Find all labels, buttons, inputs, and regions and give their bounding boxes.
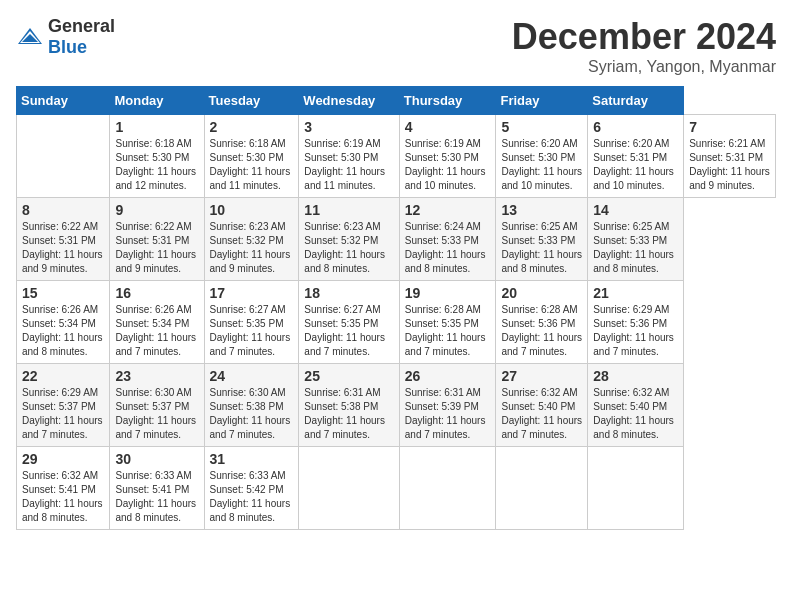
sunrise-line: Sunrise: 6:33 AM (210, 469, 294, 483)
sunset-line: Sunset: 5:41 PM (115, 483, 198, 497)
sunrise-line: Sunrise: 6:32 AM (22, 469, 104, 483)
sunset-line: Sunset: 5:34 PM (22, 317, 104, 331)
calendar-cell: 27Sunrise: 6:32 AMSunset: 5:40 PMDayligh… (496, 364, 588, 447)
daylight-line: Daylight: 11 hours and 10 minutes. (501, 165, 582, 193)
daylight-line: Daylight: 11 hours and 8 minutes. (405, 248, 491, 276)
sunrise-line: Sunrise: 6:27 AM (210, 303, 294, 317)
sunrise-line: Sunrise: 6:22 AM (22, 220, 104, 234)
day-number: 5 (501, 119, 582, 135)
day-info: Sunrise: 6:31 AMSunset: 5:39 PMDaylight:… (405, 386, 491, 442)
sunrise-line: Sunrise: 6:26 AM (115, 303, 198, 317)
calendar-cell: 18Sunrise: 6:27 AMSunset: 5:35 PMDayligh… (299, 281, 399, 364)
day-info: Sunrise: 6:28 AMSunset: 5:35 PMDaylight:… (405, 303, 491, 359)
sunset-line: Sunset: 5:42 PM (210, 483, 294, 497)
day-number: 18 (304, 285, 393, 301)
daylight-line: Daylight: 11 hours and 9 minutes. (210, 248, 294, 276)
calendar-cell: 12Sunrise: 6:24 AMSunset: 5:33 PMDayligh… (399, 198, 496, 281)
day-number: 26 (405, 368, 491, 384)
day-info: Sunrise: 6:20 AMSunset: 5:30 PMDaylight:… (501, 137, 582, 193)
sunrise-line: Sunrise: 6:20 AM (501, 137, 582, 151)
calendar-cell: 22Sunrise: 6:29 AMSunset: 5:37 PMDayligh… (17, 364, 110, 447)
day-number: 20 (501, 285, 582, 301)
calendar-cell: 8Sunrise: 6:22 AMSunset: 5:31 PMDaylight… (17, 198, 110, 281)
calendar-cell: 24Sunrise: 6:30 AMSunset: 5:38 PMDayligh… (204, 364, 299, 447)
day-number: 19 (405, 285, 491, 301)
sunset-line: Sunset: 5:31 PM (689, 151, 770, 165)
calendar-cell (299, 447, 399, 530)
calendar-cell: 21Sunrise: 6:29 AMSunset: 5:36 PMDayligh… (588, 281, 684, 364)
sunset-line: Sunset: 5:30 PM (304, 151, 393, 165)
daylight-line: Daylight: 11 hours and 8 minutes. (304, 248, 393, 276)
day-info: Sunrise: 6:22 AMSunset: 5:31 PMDaylight:… (22, 220, 104, 276)
sunset-line: Sunset: 5:41 PM (22, 483, 104, 497)
day-number: 1 (115, 119, 198, 135)
sunrise-line: Sunrise: 6:25 AM (501, 220, 582, 234)
day-info: Sunrise: 6:32 AMSunset: 5:41 PMDaylight:… (22, 469, 104, 525)
sunrise-line: Sunrise: 6:28 AM (501, 303, 582, 317)
sunset-line: Sunset: 5:40 PM (501, 400, 582, 414)
day-info: Sunrise: 6:23 AMSunset: 5:32 PMDaylight:… (304, 220, 393, 276)
day-number: 17 (210, 285, 294, 301)
day-of-week-header: Monday (110, 87, 204, 115)
day-info: Sunrise: 6:30 AMSunset: 5:37 PMDaylight:… (115, 386, 198, 442)
sunrise-line: Sunrise: 6:21 AM (689, 137, 770, 151)
day-number: 31 (210, 451, 294, 467)
day-number: 15 (22, 285, 104, 301)
calendar-cell: 15Sunrise: 6:26 AMSunset: 5:34 PMDayligh… (17, 281, 110, 364)
sunset-line: Sunset: 5:31 PM (593, 151, 678, 165)
day-info: Sunrise: 6:24 AMSunset: 5:33 PMDaylight:… (405, 220, 491, 276)
calendar-cell: 3Sunrise: 6:19 AMSunset: 5:30 PMDaylight… (299, 115, 399, 198)
sunrise-line: Sunrise: 6:29 AM (593, 303, 678, 317)
daylight-line: Daylight: 11 hours and 10 minutes. (593, 165, 678, 193)
sunrise-line: Sunrise: 6:30 AM (115, 386, 198, 400)
sunset-line: Sunset: 5:36 PM (593, 317, 678, 331)
sunrise-line: Sunrise: 6:31 AM (304, 386, 393, 400)
calendar-cell (496, 447, 588, 530)
day-info: Sunrise: 6:21 AMSunset: 5:31 PMDaylight:… (689, 137, 770, 193)
sunrise-line: Sunrise: 6:29 AM (22, 386, 104, 400)
day-of-week-header: Tuesday (204, 87, 299, 115)
daylight-line: Daylight: 11 hours and 8 minutes. (501, 248, 582, 276)
sunset-line: Sunset: 5:33 PM (501, 234, 582, 248)
header: General Blue December 2024 Syriam, Yango… (16, 16, 776, 76)
sunset-line: Sunset: 5:31 PM (115, 234, 198, 248)
day-info: Sunrise: 6:29 AMSunset: 5:36 PMDaylight:… (593, 303, 678, 359)
day-number: 23 (115, 368, 198, 384)
daylight-line: Daylight: 11 hours and 7 minutes. (501, 414, 582, 442)
day-number: 16 (115, 285, 198, 301)
logo-icon (16, 26, 44, 48)
daylight-line: Daylight: 11 hours and 7 minutes. (304, 331, 393, 359)
day-info: Sunrise: 6:33 AMSunset: 5:41 PMDaylight:… (115, 469, 198, 525)
calendar-cell: 30Sunrise: 6:33 AMSunset: 5:41 PMDayligh… (110, 447, 204, 530)
day-info: Sunrise: 6:28 AMSunset: 5:36 PMDaylight:… (501, 303, 582, 359)
daylight-line: Daylight: 11 hours and 8 minutes. (22, 497, 104, 525)
sunset-line: Sunset: 5:35 PM (405, 317, 491, 331)
calendar-cell: 5Sunrise: 6:20 AMSunset: 5:30 PMDaylight… (496, 115, 588, 198)
sunrise-line: Sunrise: 6:32 AM (501, 386, 582, 400)
sunset-line: Sunset: 5:30 PM (210, 151, 294, 165)
day-number: 4 (405, 119, 491, 135)
day-info: Sunrise: 6:19 AMSunset: 5:30 PMDaylight:… (304, 137, 393, 193)
sunrise-line: Sunrise: 6:20 AM (593, 137, 678, 151)
sunset-line: Sunset: 5:37 PM (22, 400, 104, 414)
sunrise-line: Sunrise: 6:19 AM (304, 137, 393, 151)
calendar-cell: 10Sunrise: 6:23 AMSunset: 5:32 PMDayligh… (204, 198, 299, 281)
sunset-line: Sunset: 5:34 PM (115, 317, 198, 331)
sunrise-line: Sunrise: 6:23 AM (210, 220, 294, 234)
calendar-cell: 9Sunrise: 6:22 AMSunset: 5:31 PMDaylight… (110, 198, 204, 281)
calendar-cell: 19Sunrise: 6:28 AMSunset: 5:35 PMDayligh… (399, 281, 496, 364)
calendar-cell: 31Sunrise: 6:33 AMSunset: 5:42 PMDayligh… (204, 447, 299, 530)
logo-general: General (48, 16, 115, 36)
day-info: Sunrise: 6:27 AMSunset: 5:35 PMDaylight:… (304, 303, 393, 359)
sunrise-line: Sunrise: 6:22 AM (115, 220, 198, 234)
daylight-line: Daylight: 11 hours and 10 minutes. (405, 165, 491, 193)
daylight-line: Daylight: 11 hours and 11 minutes. (304, 165, 393, 193)
daylight-line: Daylight: 11 hours and 9 minutes. (22, 248, 104, 276)
day-of-week-header: Friday (496, 87, 588, 115)
sunset-line: Sunset: 5:33 PM (593, 234, 678, 248)
day-info: Sunrise: 6:29 AMSunset: 5:37 PMDaylight:… (22, 386, 104, 442)
day-number: 2 (210, 119, 294, 135)
sunset-line: Sunset: 5:39 PM (405, 400, 491, 414)
day-number: 13 (501, 202, 582, 218)
calendar-cell (588, 447, 684, 530)
